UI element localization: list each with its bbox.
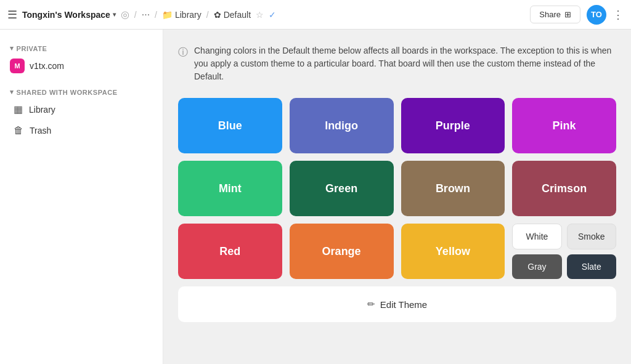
content-area: ⓘ Changing colors in the Default theme b… [163, 30, 631, 364]
theme-icon: ✿ [214, 10, 221, 20]
color-tile-green[interactable]: Green [290, 161, 394, 216]
star-icon[interactable]: ☆ [256, 10, 264, 20]
color-grid-row3: Red Orange Yellow White Smoke Gray [178, 224, 616, 279]
verified-icon: ✓ [269, 10, 276, 20]
private-triangle-icon: ▾ [10, 44, 14, 52]
color-tile-white[interactable]: White [512, 224, 561, 249]
color-grid-row2: Mint Green Brown Crimson [178, 161, 616, 216]
breadcrumb-sep-2: / [155, 10, 157, 20]
color-tile-indigo[interactable]: Indigo [290, 98, 394, 153]
color-tile-blue[interactable]: Blue [178, 98, 282, 153]
pencil-icon: ✏ [367, 299, 375, 310]
topbar-left: ☰ Tongxin's Workspace ▾ ◎ / ··· / 📁 Libr… [7, 8, 525, 22]
color-tile-smoke[interactable]: Smoke [567, 224, 616, 249]
color-tile-pink[interactable]: Pink [512, 98, 616, 153]
avatar[interactable]: TO [587, 5, 606, 25]
workspace-name[interactable]: Tongxin's Workspace ▾ [22, 10, 116, 20]
color-grid-row1: Blue Indigo Purple Pink [178, 98, 616, 153]
edit-theme-bar: ✏ Edit Theme [178, 286, 616, 322]
private-section-label: ▾ PRIVATE [0, 39, 163, 55]
info-banner: ⓘ Changing colors in the Default theme b… [178, 44, 616, 83]
info-text: Changing colors in the Default theme bel… [194, 44, 616, 83]
color-tile-yellow[interactable]: Yellow [401, 224, 505, 279]
pin-icon[interactable]: ◎ [121, 9, 129, 20]
workspace-chevron-icon: ▾ [113, 11, 116, 18]
sidebar-item-library[interactable]: ▦ Library [4, 99, 159, 120]
hamburger-icon[interactable]: ☰ [7, 8, 17, 22]
topbar: ☰ Tongxin's Workspace ▾ ◎ / ··· / 📁 Libr… [0, 0, 631, 30]
shared-section-label: ▾ SHARED WITH WORKSPACE [0, 83, 163, 99]
share-button[interactable]: Share ⊞ [530, 6, 580, 23]
trash-icon: 🗑 [14, 125, 23, 136]
color-tile-crimson[interactable]: Crimson [512, 161, 616, 216]
share-icon: ⊞ [564, 10, 571, 19]
sidebar: ▾ PRIVATE M v1tx.com ▾ SHARED WITH WORKS… [0, 30, 163, 364]
sidebar-item-trash[interactable]: 🗑 Trash [4, 120, 159, 141]
breadcrumb-dots[interactable]: ··· [142, 9, 150, 20]
library-icon: ▦ [14, 103, 23, 115]
color-tile-mint[interactable]: Mint [178, 161, 282, 216]
breadcrumb-library[interactable]: 📁 Library [162, 10, 202, 20]
workspace-avatar: M [10, 59, 25, 73]
color-tile-purple[interactable]: Purple [401, 98, 505, 153]
small-color-grid: White Smoke Gray Slate [512, 224, 616, 279]
info-icon: ⓘ [178, 45, 188, 60]
color-tile-brown[interactable]: Brown [401, 161, 505, 216]
more-options-icon[interactable]: ⋮ [613, 8, 624, 22]
edit-theme-button[interactable]: ✏ Edit Theme [360, 296, 434, 312]
color-tile-red[interactable]: Red [178, 224, 282, 279]
topbar-right: Share ⊞ TO ⋮ [530, 5, 624, 25]
folder-icon: 📁 [162, 10, 173, 20]
shared-triangle-icon: ▾ [10, 88, 14, 96]
sidebar-item-workspace[interactable]: M v1tx.com [0, 55, 163, 77]
color-tile-slate[interactable]: Slate [567, 254, 616, 279]
breadcrumb-sep-3: / [206, 10, 209, 20]
color-tile-orange[interactable]: Orange [290, 224, 394, 279]
breadcrumb-sep-1: / [134, 10, 137, 20]
breadcrumb-default[interactable]: ✿ Default [214, 10, 251, 20]
color-tile-gray[interactable]: Gray [512, 254, 561, 279]
main-layout: ▾ PRIVATE M v1tx.com ▾ SHARED WITH WORKS… [0, 30, 631, 364]
